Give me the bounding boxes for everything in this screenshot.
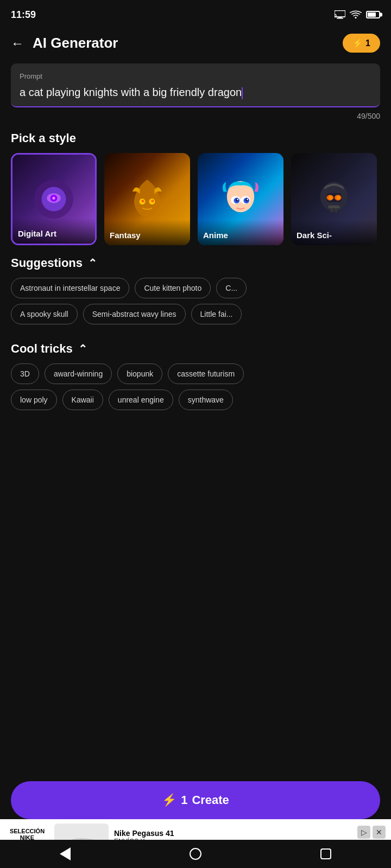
- style-item-digital-art[interactable]: Digital Art: [11, 153, 97, 245]
- suggestion-chip-skull[interactable]: A spooky skull: [11, 304, 78, 324]
- ad-forward-icon[interactable]: ▷: [357, 826, 370, 839]
- text-cursor: [242, 87, 243, 99]
- svg-point-13: [151, 200, 154, 202]
- credits-value: 1: [365, 39, 370, 48]
- create-credits: 1: [181, 793, 187, 807]
- char-count: 49/500: [0, 112, 380, 120]
- svg-point-9: [52, 197, 55, 200]
- recents-nav-icon: [320, 848, 331, 859]
- create-bolt-icon: ⚡: [162, 793, 176, 807]
- cool-tricks-row-2: low poly Kawaii unreal engine synthwave: [0, 390, 391, 410]
- header-left: ← AI Generator: [11, 35, 118, 52]
- trick-chip-kawaii[interactable]: Kawaii: [62, 390, 103, 410]
- trick-chip-award[interactable]: award-winning: [45, 363, 112, 384]
- header: ← AI Generator ⚡ 1: [0, 27, 391, 63]
- cool-tricks-section: Cool tricks ⌃ 3D award-winning biopunk c…: [0, 331, 391, 410]
- svg-rect-3: [337, 18, 343, 19]
- bolt-icon: ⚡: [352, 38, 363, 48]
- home-nav-icon: [190, 848, 201, 860]
- create-button[interactable]: ⚡ 1 Create: [11, 781, 380, 819]
- svg-point-21: [237, 199, 238, 201]
- status-time: 11:59: [11, 9, 36, 21]
- ad-close-icon[interactable]: ✕: [373, 826, 386, 839]
- prompt-label: Prompt: [20, 72, 371, 80]
- prompt-input[interactable]: a cat playing knights with a big friendl…: [20, 85, 371, 100]
- cool-tricks-chevron[interactable]: ⌃: [78, 342, 87, 355]
- create-label: Create: [192, 793, 229, 807]
- system-nav: [0, 840, 391, 868]
- style-scroll: Digital Art Fantasy: [0, 153, 391, 245]
- svg-point-27: [329, 196, 332, 200]
- back-nav-icon: [60, 847, 71, 860]
- svg-rect-31: [335, 208, 338, 212]
- trick-chip-biopunk[interactable]: biopunk: [117, 363, 162, 384]
- suggestions-label: Suggestions: [11, 256, 83, 270]
- back-nav-button[interactable]: [55, 844, 75, 864]
- style-section-header: Pick a style: [0, 120, 391, 153]
- suggestion-chip-fairy[interactable]: Little fai...: [191, 304, 242, 324]
- suggestions-row-1: Astronaut in interstellar space Cute kit…: [0, 278, 391, 298]
- main-content: 11:59: [0, 0, 391, 524]
- svg-rect-29: [328, 206, 340, 208]
- page-title: AI Generator: [33, 35, 118, 52]
- create-btn-container: ⚡ 1 Create: [0, 781, 391, 819]
- trick-chip-3d[interactable]: 3D: [11, 363, 39, 384]
- svg-rect-30: [331, 208, 333, 212]
- svg-point-22: [247, 199, 248, 201]
- wifi-icon: [350, 10, 362, 19]
- svg-point-12: [141, 200, 144, 202]
- svg-point-28: [337, 196, 340, 200]
- ad-close-row: ▷ ✕: [357, 826, 386, 839]
- suggestion-chip-c[interactable]: C...: [216, 278, 247, 298]
- back-button[interactable]: ←: [11, 37, 24, 50]
- trick-chip-lowpoly[interactable]: low poly: [11, 390, 57, 410]
- style-item-anime[interactable]: Anime: [198, 153, 283, 245]
- style-item-fantasy[interactable]: Fantasy: [104, 153, 190, 245]
- suggestions-chevron[interactable]: ⌃: [88, 257, 97, 270]
- prompt-container[interactable]: Prompt a cat playing knights with a big …: [11, 63, 380, 107]
- trick-chip-unreal[interactable]: unreal engine: [109, 390, 173, 410]
- status-icons: [335, 10, 380, 19]
- suggestions-header: Suggestions ⌃: [0, 245, 391, 278]
- ad-product-name: Nike Pegasus 41: [114, 829, 327, 838]
- cool-tricks-label: Cool tricks: [11, 342, 73, 356]
- cast-icon: [335, 10, 345, 19]
- cool-tricks-row-1: 3D award-winning biopunk cassette futuri…: [0, 363, 391, 384]
- prompt-value: a cat playing knights with a big friendl…: [20, 86, 242, 98]
- suggestion-chip-astronaut[interactable]: Astronaut in interstellar space: [11, 278, 129, 298]
- suggestion-chip-kitten[interactable]: Cute kitten photo: [135, 278, 211, 298]
- style-label-fantasy: Fantasy: [104, 220, 190, 245]
- style-label-dark-sci: Dark Sci-: [291, 220, 377, 245]
- ad-brand-line1: SELECCIÓN: [10, 828, 45, 834]
- credits-badge[interactable]: ⚡ 1: [343, 34, 380, 53]
- home-nav-button[interactable]: [186, 844, 205, 864]
- status-bar: 11:59: [0, 0, 391, 27]
- style-label-digital-art: Digital Art: [12, 218, 95, 244]
- style-item-dark-sci[interactable]: Dark Sci-: [291, 153, 377, 245]
- svg-point-4: [355, 17, 356, 18]
- trick-chip-synthwave[interactable]: synthwave: [179, 390, 233, 410]
- trick-chip-cassette[interactable]: cassette futurism: [168, 363, 244, 384]
- battery-icon: [366, 11, 380, 18]
- recents-nav-button[interactable]: [316, 844, 336, 864]
- suggestions-row-2: A spooky skull Semi-abstract wavy lines …: [0, 304, 391, 324]
- style-label-anime: Anime: [198, 220, 283, 245]
- svg-rect-2: [338, 17, 342, 18]
- cool-tricks-header: Cool tricks ⌃: [0, 331, 391, 363]
- suggestion-chip-wavy[interactable]: Semi-abstract wavy lines: [83, 304, 186, 324]
